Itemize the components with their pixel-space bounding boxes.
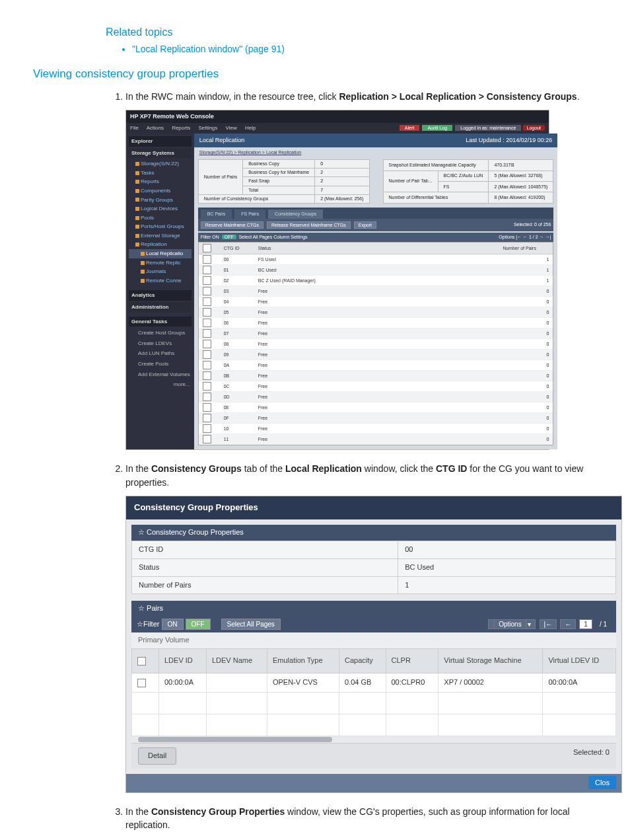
analytics-header[interactable]: Analytics — [129, 290, 192, 301]
col-num-pairs[interactable]: Number of Pairs — [499, 243, 553, 254]
menu-actions[interactable]: Actions — [147, 125, 164, 131]
row-checkbox[interactable] — [203, 414, 211, 422]
tree-replication[interactable]: Replication — [129, 240, 192, 249]
row-checkbox[interactable] — [203, 340, 211, 348]
filter-off[interactable]: OFF — [222, 235, 236, 239]
col-ldev-id[interactable]: LDEV ID — [159, 649, 207, 673]
breadcrumb[interactable]: Storage(S/N:22) > Replication > Local Re… — [194, 147, 558, 158]
cg-row[interactable]: 0EFree0 — [199, 402, 553, 413]
cg-row[interactable]: 10Free0 — [199, 424, 553, 434]
options-dropdown[interactable]: Options — [499, 235, 514, 239]
row-checkbox[interactable] — [137, 679, 146, 687]
column-settings[interactable]: Column Settings — [273, 235, 307, 239]
gt-more[interactable]: more... — [129, 379, 192, 390]
gt-create-ldevs[interactable]: Create LDEVs — [129, 338, 192, 349]
menu-view[interactable]: View — [226, 125, 237, 131]
menu-file[interactable]: File — [130, 125, 139, 131]
cg-row[interactable]: 00FS Used1 — [199, 254, 553, 265]
ss2-filter-on[interactable]: ON — [162, 619, 184, 630]
tree-external-storage[interactable]: External Storage — [129, 231, 192, 241]
ss2-options-dropdown[interactable]: Options ▾ — [488, 619, 536, 629]
tree-remote-replication[interactable]: Remote Replic — [129, 258, 192, 268]
alert-badge[interactable]: Alert — [400, 125, 419, 131]
administration-header[interactable]: Administration — [129, 302, 192, 313]
tree-local-replication[interactable]: Local Replicatio — [129, 249, 192, 258]
menu-help[interactable]: Help — [245, 125, 256, 131]
ss2-page-prev[interactable]: ← — [560, 619, 576, 629]
row-checkbox[interactable] — [203, 308, 211, 317]
cg-row[interactable]: 05Free0 — [199, 307, 553, 318]
row-checkbox[interactable] — [203, 371, 211, 380]
col-ctg-id[interactable]: CTG ID — [220, 243, 254, 254]
page-next[interactable]: → — [540, 235, 544, 239]
row-checkbox[interactable] — [203, 319, 211, 327]
gt-create-host-groups[interactable]: Create Host Groups — [129, 328, 192, 338]
ss2-select-all-checkbox[interactable] — [137, 657, 146, 666]
tree-ports-host-groups[interactable]: Ports/Host Groups — [129, 222, 192, 231]
tree-components[interactable]: Components — [129, 186, 192, 196]
cg-row[interactable]: 01BC Used1 — [199, 265, 553, 276]
cg-row[interactable]: 07Free0 — [199, 328, 553, 339]
row-checkbox[interactable] — [203, 266, 211, 274]
cg-row[interactable]: 08Free0 — [199, 339, 553, 350]
gt-add-external-volumes[interactable]: Add External Volumes — [129, 369, 192, 380]
tree-parity-groups[interactable]: Parity Groups — [129, 196, 192, 205]
row-checkbox[interactable] — [203, 424, 211, 433]
row-checkbox[interactable] — [203, 350, 211, 359]
cg-row[interactable]: 09Free0 — [199, 350, 553, 360]
row-checkbox[interactable] — [203, 393, 211, 401]
tree-logical-devices[interactable]: Logical Devices — [129, 204, 192, 213]
ss2-select-all-pages[interactable]: Select All Pages — [221, 619, 281, 630]
menu-settings[interactable]: Settings — [198, 125, 217, 131]
cg-row[interactable]: 06Free0 — [199, 318, 553, 328]
page-first[interactable]: |← — [516, 235, 522, 239]
select-all-pages[interactable]: Select All Pages — [239, 235, 273, 239]
export-button[interactable]: Export — [354, 221, 376, 229]
tree-pools[interactable]: Pools — [129, 213, 192, 223]
cg-row[interactable]: 0FFree0 — [199, 413, 553, 424]
row-checkbox[interactable] — [203, 382, 211, 391]
detail-button[interactable]: Detail — [138, 747, 176, 765]
page-last[interactable]: →| — [545, 235, 551, 239]
row-checkbox[interactable] — [203, 403, 211, 412]
col-status[interactable]: Status — [254, 243, 499, 254]
release-mf-ctgs-button[interactable]: Release Reserved Mainframe CTGs — [267, 221, 351, 229]
cg-row[interactable]: 11Free0 — [199, 434, 553, 445]
row-checkbox[interactable] — [203, 329, 211, 338]
tree-remote-connections[interactable]: Remote Conne — [129, 276, 192, 286]
gt-add-lun-paths[interactable]: Add LUN Paths — [129, 348, 192, 359]
row-checkbox[interactable] — [203, 276, 211, 285]
row-checkbox[interactable] — [203, 297, 211, 306]
col-virtual-ldev-id[interactable]: Virtual LDEV ID — [543, 649, 616, 673]
col-clpr[interactable]: CLPR — [386, 649, 438, 673]
row-checkbox[interactable] — [203, 287, 211, 295]
gt-create-pools[interactable]: Create Pools — [129, 359, 192, 369]
logout-button[interactable]: Logout — [523, 125, 545, 131]
horizontal-scrollbar[interactable] — [131, 736, 616, 743]
ss2-filter-off[interactable]: OFF — [186, 619, 211, 630]
row-checkbox[interactable] — [203, 255, 211, 264]
tab-bc-pairs[interactable]: BC Pairs — [201, 210, 232, 219]
related-link-local-replication[interactable]: "Local Replication window" (page 91) — [132, 44, 597, 54]
tree-storage[interactable]: Storage(S/N:22) — [129, 159, 192, 169]
page-prev[interactable]: ← — [523, 235, 528, 239]
col-ldev-name[interactable]: LDEV Name — [206, 649, 267, 673]
pairs-row[interactable]: 00:00:0A OPEN-V CVS 0.04 GB 00:CLPR0 XP7… — [132, 673, 616, 693]
row-checkbox[interactable] — [203, 435, 211, 443]
reserve-mf-ctgs-button[interactable]: Reserve Mainframe CTGs — [201, 221, 263, 229]
cg-row[interactable]: 04Free0 — [199, 297, 553, 307]
storage-systems-header[interactable]: Storage Systems — [129, 148, 192, 159]
cg-row[interactable]: 0AFree0 — [199, 360, 553, 371]
cg-row[interactable]: 02BC Z Used (RAID Manager)1 — [199, 276, 553, 286]
close-button[interactable]: Clos — [588, 776, 616, 789]
col-capacity[interactable]: Capacity — [339, 649, 386, 673]
tree-journals[interactable]: Journals — [129, 267, 192, 276]
select-all-checkbox[interactable] — [203, 244, 211, 252]
menu-reports[interactable]: Reports — [172, 125, 190, 131]
tab-fs-pairs[interactable]: FS Pairs — [234, 210, 265, 219]
cg-row[interactable]: 0CFree0 — [199, 381, 553, 392]
tree-tasks[interactable]: Tasks — [129, 169, 192, 178]
col-emulation-type[interactable]: Emulation Type — [267, 649, 339, 673]
filter-on[interactable]: ON — [212, 235, 219, 239]
ss2-page-first[interactable]: |← — [540, 619, 557, 629]
